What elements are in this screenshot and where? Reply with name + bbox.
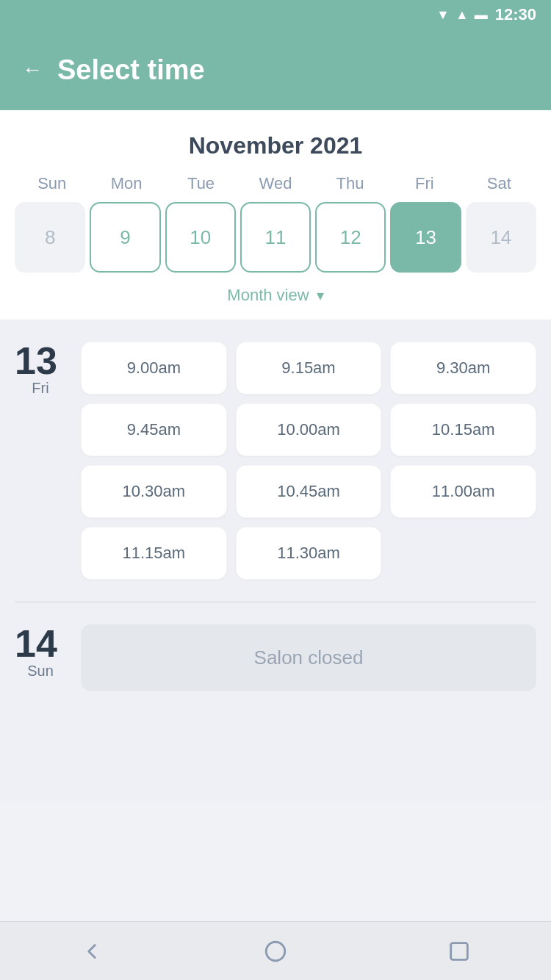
time-slot-1115am[interactable]: 11.15am [81,527,227,580]
back-button[interactable]: ← [22,58,43,82]
salon-closed-label: Salon closed [81,624,536,691]
weekday-fri: Fri [387,174,461,193]
weekday-wed: Wed [238,174,312,193]
day-14-block: 14 Sun Salon closed [15,624,536,691]
svg-rect-1 [451,943,468,959]
month-year-label: November 2021 [15,132,536,159]
home-nav-icon [263,939,288,964]
header: ← Select time [0,29,551,110]
time-slot-915am[interactable]: 9.15am [236,342,382,394]
day-13-block: 13 Fri 9.00am 9.15am 9.30am 9.45am 10.00… [15,342,536,580]
calendar-day-14[interactable]: 14 [466,202,536,273]
time-section: 13 Fri 9.00am 9.15am 9.30am 9.45am 10.00… [0,320,551,801]
day-13-name: Fri [15,380,66,397]
day-13-time-grid: 9.00am 9.15am 9.30am 9.45am 10.00am 10.1… [81,342,536,580]
back-nav-icon [79,939,104,964]
time-slot-1045am[interactable]: 10.45am [236,465,382,518]
svg-point-0 [266,942,285,961]
time-slot-1130am[interactable]: 11.30am [236,527,382,580]
day-13-number: 13 [15,342,66,380]
time-slot-945am[interactable]: 9.45am [81,403,227,456]
calendar-section: November 2021 Sun Mon Tue Wed Thu Fri Sa… [0,110,551,320]
recents-nav-icon [447,939,472,964]
day-14-number: 14 [15,624,66,663]
day-14-label: 14 Sun [15,624,66,680]
chevron-down-icon: ▾ [317,287,324,304]
month-view-toggle[interactable]: Month view ▾ [15,286,536,305]
time-slot-1030am[interactable]: 10.30am [81,465,227,518]
weekday-tue: Tue [164,174,238,193]
page-title: Select time [57,54,205,86]
time-slot-930am[interactable]: 9.30am [390,342,536,394]
days-row: 8 9 10 11 12 13 14 [15,202,536,273]
status-icons: ▼ ▲ ▬ [436,7,488,23]
calendar-day-8[interactable]: 8 [15,202,85,273]
calendar-day-9[interactable]: 9 [90,202,160,273]
battery-icon: ▬ [475,7,488,23]
status-bar: ▼ ▲ ▬ 12:30 [0,0,551,29]
month-view-label: Month view [227,286,309,305]
status-time: 12:30 [495,5,536,24]
bottom-nav [0,921,551,980]
day-13-label: 13 Fri [15,342,66,397]
wifi-icon: ▼ [436,7,450,23]
signal-icon: ▲ [455,7,469,23]
nav-recents-button[interactable] [441,933,478,970]
calendar-day-11[interactable]: 11 [240,202,311,273]
nav-back-button[interactable] [73,933,110,970]
day-14-name: Sun [15,663,66,680]
nav-home-button[interactable] [257,933,294,970]
time-slot-1015am[interactable]: 10.15am [390,403,536,456]
section-divider [15,602,536,602]
calendar-day-12[interactable]: 12 [315,202,386,273]
time-slot-1100am[interactable]: 11.00am [390,465,536,518]
weekday-sun: Sun [15,174,89,193]
calendar-day-10[interactable]: 10 [165,202,236,273]
time-slot-900am[interactable]: 9.00am [81,342,227,394]
weekday-sat: Sat [462,174,536,193]
calendar-day-13[interactable]: 13 [390,202,461,273]
time-slot-1000am[interactable]: 10.00am [236,403,382,456]
weekday-mon: Mon [89,174,163,193]
weekdays-row: Sun Mon Tue Wed Thu Fri Sat [15,174,536,193]
weekday-thu: Thu [313,174,387,193]
